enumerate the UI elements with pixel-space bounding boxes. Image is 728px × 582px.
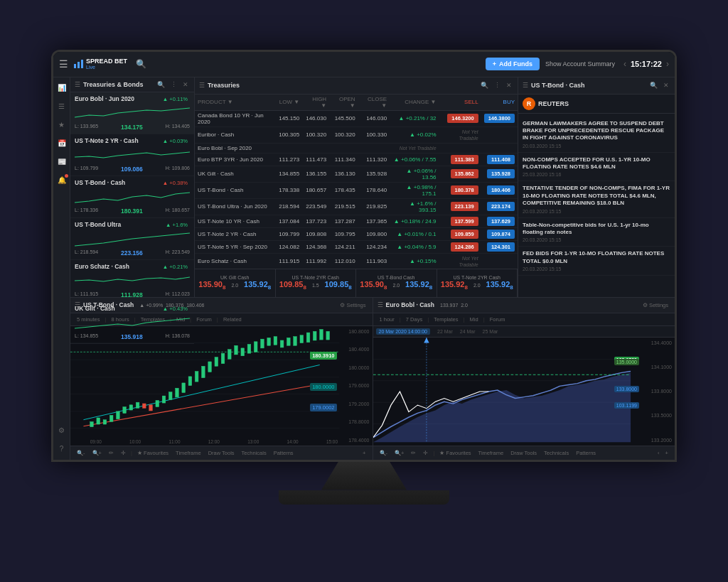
chart1-add-btn[interactable]: + — [360, 449, 368, 457]
hamburger-icon[interactable]: ☰ — [59, 58, 68, 70]
th-change[interactable]: CHANGE ▼ — [390, 95, 439, 111]
market-close-btn[interactable]: ✕ — [505, 81, 513, 90]
market-search-btn[interactable]: 🔍 — [479, 81, 490, 90]
news-close-btn[interactable]: ✕ — [662, 81, 670, 90]
nav-right-icon[interactable]: › — [666, 59, 669, 69]
search-button[interactable]: 🔍 — [136, 59, 146, 69]
watchlist-close-btn[interactable]: ✕ — [181, 80, 190, 89]
watchlist-item-4[interactable]: Euro Schatz · Cash ▲ +0.21% L: 111.91 — [70, 260, 194, 302]
sell-button[interactable]: 124.286 — [451, 242, 478, 252]
chart2-timeframe[interactable]: Timeframe — [476, 449, 506, 457]
news-search-btn[interactable]: 🔍 — [648, 81, 659, 90]
th-low[interactable]: LOW ▼ — [276, 95, 302, 111]
news-item-4[interactable]: FED BIDS FOR 1-YR 10-MO FLOATING RATE NO… — [518, 247, 675, 276]
sidebar-icon-chart[interactable]: 📊 — [55, 82, 68, 95]
th-high[interactable]: HIGH ▼ — [302, 95, 329, 111]
th-open[interactable]: OPEN ▼ — [329, 95, 358, 111]
chart1-crosshair[interactable]: ✛ — [119, 449, 128, 457]
chart2-add-btn[interactable]: + — [663, 449, 670, 457]
buy-button[interactable]: 223.174 — [487, 202, 515, 211]
ticker-buy-1[interactable]: 109.858 — [325, 280, 352, 291]
chart1-settings-btn[interactable]: ⚙ Settings — [338, 301, 368, 309]
chart2-patterns[interactable]: Patterns — [574, 449, 598, 457]
buy-button[interactable]: 137.629 — [487, 217, 515, 226]
chart2-drawtools[interactable]: Draw Tools — [508, 449, 539, 457]
chart2-zoom-in[interactable]: 🔍+ — [392, 449, 406, 457]
ticker-cell-1[interactable]: US T-Note 2YR Cash 109.858 1.5 109.858 — [276, 269, 357, 297]
news-scroll[interactable]: GERMAN LAWMAKERS AGREE TO SUSPEND DEBT B… — [518, 117, 675, 297]
tf2-btn-7d[interactable]: 7 Days — [404, 316, 424, 323]
sell-button[interactable]: 137.599 — [451, 217, 478, 226]
watchlist-search-btn[interactable]: 🔍 — [156, 80, 166, 89]
chart2-crosshair[interactable]: ✛ — [421, 449, 430, 457]
tf-btn-forum[interactable]: Forum — [194, 316, 214, 323]
chart1-timeframe[interactable]: Timeframe — [173, 449, 203, 457]
news-item-1[interactable]: NON-COMPS ACCEPTED FOR U.S. 1-YR 10-MO F… — [518, 153, 675, 182]
th-product[interactable]: PRODUCT ▼ — [195, 95, 276, 111]
market-table-scroll[interactable]: PRODUCT ▼ LOW ▼ HIGH ▼ OPEN ▼ CLOSE ▼ CH… — [195, 95, 518, 269]
sidebar-icon-watchlist[interactable]: ☰ — [55, 100, 68, 113]
sidebar-icon-alert[interactable]: 🔔 — [55, 174, 68, 187]
ticker-sell-3[interactable]: 135.928 — [441, 280, 468, 291]
th-close[interactable]: CLOSE ▼ — [358, 95, 390, 111]
tf2-btn-mid[interactable]: Mid — [468, 316, 481, 323]
chart1-technicals[interactable]: Technicals — [240, 449, 269, 457]
sell-button[interactable]: 146.3200 — [447, 114, 478, 123]
buy-button[interactable]: 180.406 — [487, 185, 515, 195]
chart1-zoom-in[interactable]: 🔍+ — [90, 449, 104, 457]
tf2-btn-1h[interactable]: 1 hour — [378, 316, 397, 323]
ticker-sell-0[interactable]: 135.908 — [198, 280, 225, 291]
sell-button[interactable]: 223.139 — [451, 202, 478, 211]
news-item-0[interactable]: GERMAN LAWMAKERS AGREE TO SUSPEND DEBT B… — [518, 117, 675, 153]
ticker-buy-0[interactable]: 135.928 — [244, 280, 271, 291]
sidebar-icon-star[interactable]: ★ — [55, 119, 68, 131]
chart2-favourites[interactable]: ★ Favourites — [437, 449, 473, 457]
sidebar-icon-settings[interactable]: ⚙ — [55, 424, 68, 437]
sidebar-icon-help[interactable]: ? — [55, 443, 68, 456]
chart1-drawtools[interactable]: Draw Tools — [206, 449, 237, 457]
tf2-btn-templates[interactable]: Templates — [432, 316, 460, 323]
news-item-2[interactable]: TENTATIVE TENDER OF NON-COMPS, FIMA FOR … — [518, 181, 675, 217]
tf-btn-related[interactable]: Related — [221, 316, 244, 323]
watchlist-item-1[interactable]: US T-Note 2 YR · Cash ▲ +0.03% L: 109 — [70, 134, 194, 176]
watchlist-more-btn[interactable]: ⋮ — [169, 80, 178, 89]
ticker-cell-0[interactable]: UK Gilt Cash 135.908 2.0 135.928 — [195, 269, 276, 297]
sidebar-icon-news[interactable]: 📰 — [55, 156, 68, 168]
td-buy: 146.3800 — [481, 110, 518, 126]
chart1-favourites[interactable]: ★ Favourites — [135, 449, 171, 457]
chart1-patterns[interactable]: Patterns — [272, 449, 296, 457]
buy-button[interactable]: 109.874 — [487, 230, 515, 239]
ticker-sell-2[interactable]: 135.908 — [360, 280, 387, 291]
sell-button[interactable]: 180.378 — [451, 185, 478, 195]
watchlist-item-0[interactable]: Euro Bobl · Jun 2020 ▲ +0.11% L: 133. — [70, 92, 194, 134]
chart2-technicals[interactable]: Technicals — [542, 449, 571, 457]
buy-button[interactable]: 111.408 — [487, 155, 515, 164]
sell-button[interactable]: 109.859 — [451, 230, 478, 239]
ticker-cell-3[interactable]: US T-Note 2YR Cash 135.928 2.0 135.928 — [437, 269, 518, 297]
sidebar-icon-calendar[interactable]: 📅 — [55, 137, 68, 150]
watchlist-item-3[interactable]: US T-Bond Ultra ▲ +1.6% L: 218.594223 — [70, 218, 194, 260]
chart1-zoom-out[interactable]: 🔍- — [75, 449, 87, 457]
chart2-zoom-out[interactable]: 🔍- — [378, 449, 390, 457]
market-more-btn[interactable]: ⋮ — [493, 81, 502, 90]
ticker-cell-2[interactable]: US T-Bond Cash 135.908 2.0 135.928 — [356, 269, 437, 297]
ticker-sell-1[interactable]: 109.858 — [279, 280, 306, 291]
chart2-prev-btn[interactable]: ‹ — [655, 449, 662, 457]
news-item-3[interactable]: Table-Non-competitive bids for U.S. 1-yr… — [518, 218, 675, 247]
buy-button[interactable]: 146.3800 — [484, 114, 515, 123]
account-summary-link[interactable]: Show Account Summary — [545, 60, 615, 68]
ticker-buy-2[interactable]: 135.928 — [405, 280, 432, 291]
sell-button[interactable]: 135.862 — [451, 169, 478, 178]
chart2-pencil[interactable]: ✏ — [409, 449, 418, 457]
watchlist-item-2[interactable]: US T-Bond · Cash ▲ +0.38% L: 178.3361 — [70, 176, 194, 218]
svg-rect-33 — [254, 341, 257, 352]
add-funds-button[interactable]: + Add Funds — [486, 58, 540, 70]
buy-button[interactable]: 135.928 — [487, 169, 515, 178]
chart2-settings-btn[interactable]: ⚙ Settings — [641, 301, 670, 309]
chart1-pencil[interactable]: ✏ — [107, 449, 116, 457]
buy-button[interactable]: 124.301 — [487, 242, 515, 252]
nav-left-icon[interactable]: ‹ — [623, 59, 626, 69]
ticker-buy-3[interactable]: 135.928 — [486, 280, 513, 291]
tf2-btn-forum[interactable]: Forum — [488, 316, 508, 323]
sell-button[interactable]: 111.383 — [451, 155, 478, 164]
